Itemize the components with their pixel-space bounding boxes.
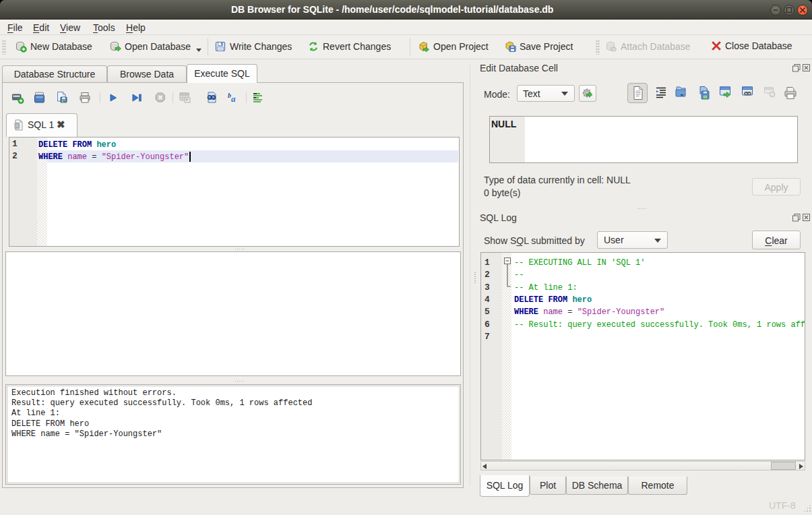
svg-text:a: a — [231, 94, 236, 104]
